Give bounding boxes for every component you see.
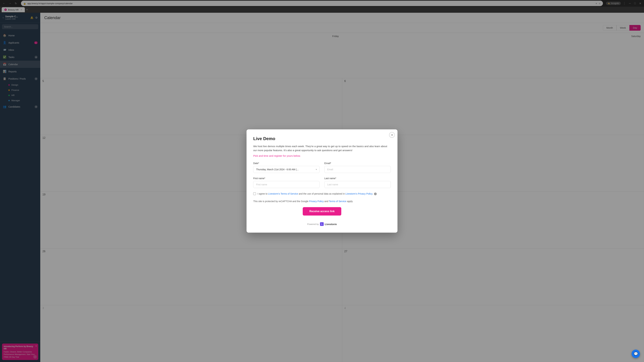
powered-by: Powered by L Livestorm [253, 222, 391, 226]
date-label: Date* [253, 162, 320, 165]
chat-button[interactable]: 💬 [632, 350, 640, 358]
email-field[interactable] [324, 166, 391, 173]
first-name-label: First name* [253, 177, 320, 180]
form-group-date: Date* Thursday, March 21st 2024 - 6:00 A… [253, 162, 320, 173]
modal-close-button[interactable]: ✕ [389, 132, 395, 138]
terms-checkbox[interactable] [253, 192, 256, 195]
chat-icon: 💬 [634, 352, 638, 356]
terms-link-2[interactable]: Livestorm's Privacy Policy [346, 192, 372, 195]
date-select[interactable]: Thursday, March 21st 2024 - 6:00 AM (...… [253, 166, 320, 173]
last-name-label: Last name* [324, 177, 391, 180]
submit-button[interactable]: Receive access link [303, 207, 341, 216]
form-row-date-email: Date* Thursday, March 21st 2024 - 6:00 A… [253, 162, 391, 173]
form-group-first-name: First name* [253, 177, 320, 188]
live-demo-modal: ✕ Live Demo We host live demos multiple … [246, 129, 398, 233]
first-name-field[interactable] [253, 181, 320, 188]
modal-cta: Pick and time and register for yours bel… [253, 154, 391, 157]
form-group-email: Email* [324, 162, 391, 173]
form-row-names: First name* Last name* [253, 177, 391, 188]
livestorm-icon: L [320, 222, 324, 226]
terms-of-service-link[interactable]: Terms of Service [329, 200, 346, 203]
livestorm-logo: L Livestorm [320, 222, 337, 226]
terms-link-1[interactable]: Livestorm's Terms of Service [268, 192, 298, 195]
modal-description: We host live demos multiple times each w… [253, 144, 391, 152]
powered-by-text: Powered by [307, 223, 319, 225]
livestorm-name: Livestorm [325, 223, 337, 226]
modal-overlay[interactable]: ✕ Live Demo We host live demos multiple … [0, 0, 644, 362]
info-icon[interactable]: i [374, 193, 377, 195]
privacy-policy-link[interactable]: Privacy Policy [309, 200, 324, 203]
date-select-wrapper: Thursday, March 21st 2024 - 6:00 AM (...… [253, 166, 320, 173]
chevron-down-icon: ▾ [316, 168, 317, 171]
terms-text: I agree to Livestorm's Terms of Service … [258, 192, 377, 196]
date-value: Thursday, March 21st 2024 - 6:00 AM (... [256, 168, 298, 171]
recaptcha-text: This site is protected by reCAPTCHA and … [253, 200, 391, 203]
modal-title: Live Demo [253, 136, 391, 141]
form-group-last-name: Last name* [324, 177, 391, 188]
modal-form: Date* Thursday, March 21st 2024 - 6:00 A… [253, 162, 391, 226]
email-label: Email* [324, 162, 391, 165]
terms-checkbox-row: I agree to Livestorm's Terms of Service … [253, 192, 391, 196]
last-name-field[interactable] [324, 181, 391, 188]
